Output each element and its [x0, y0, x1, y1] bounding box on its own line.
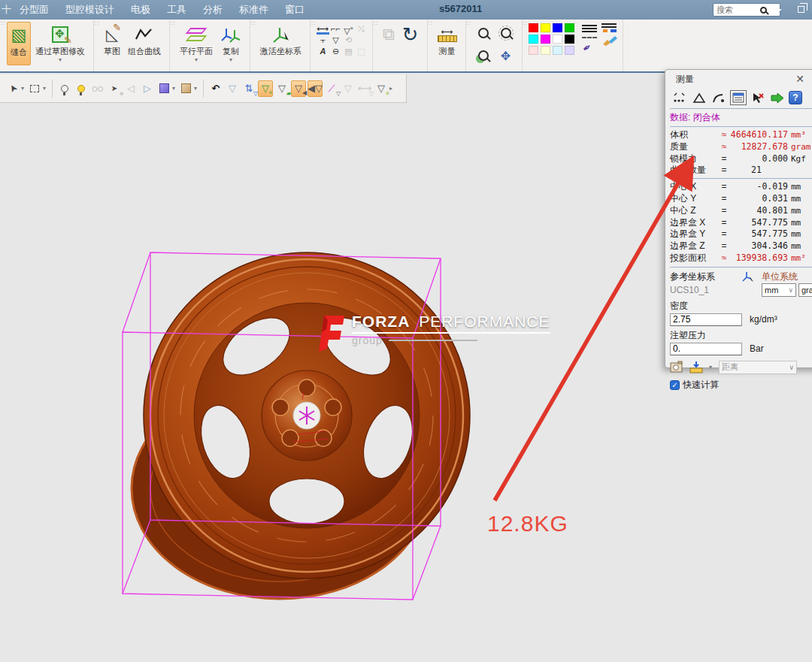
wireframe-view-icon[interactable]: [178, 80, 193, 97]
highlight-on-icon[interactable]: [74, 80, 89, 97]
copy-button[interactable]: 复制▾: [217, 22, 244, 64]
modify-by-sketch-button[interactable]: 通过草图修改▾: [32, 22, 88, 64]
filter-back-icon[interactable]: ◀▽: [308, 80, 323, 97]
dim-blank-icon: [355, 35, 368, 46]
replay-button[interactable]: ↻: [399, 22, 422, 47]
row-projected-area: 投影面积≈ 139938.693mm²: [670, 252, 812, 264]
measure-panel: 测量 ✕ 数据: 闭合体 体积≈ 4664610.1: [665, 69, 812, 368]
row-face-count: 曲面数量= 21: [670, 165, 812, 176]
measure-angle-icon[interactable]: [691, 90, 707, 105]
datum-dimension-icon[interactable]: ⫟: [317, 35, 329, 46]
menu-parting-surface[interactable]: 分型面: [20, 3, 49, 17]
select-cursor-icon[interactable]: ➤: [2, 77, 23, 98]
restore-button[interactable]: [792, 2, 809, 17]
unit-mass-dropdown[interactable]: gram∨: [798, 283, 812, 297]
forza-f-icon: [314, 313, 346, 356]
menu-electrode[interactable]: 电极: [131, 3, 150, 17]
close-icon[interactable]: ✕: [795, 74, 804, 84]
filter-add-icon[interactable]: ▽＋: [258, 80, 273, 97]
cursor-light-icon[interactable]: ➤○: [107, 80, 122, 97]
zoom-window-icon[interactable]: [478, 28, 489, 38]
zoom-selected-icon[interactable]: [478, 50, 489, 61]
undo-icon[interactable]: ↶: [208, 80, 223, 97]
swatch-pale-cyan[interactable]: [553, 46, 562, 55]
swatch-white[interactable]: [553, 35, 562, 44]
paste-disabled-button: ⧉: [380, 22, 398, 47]
clear-selection-icon[interactable]: [750, 90, 766, 105]
swatch-black[interactable]: [565, 35, 574, 44]
line-width-icon[interactable]: [582, 23, 597, 34]
snapshot-icon[interactable]: [670, 361, 685, 373]
menubar: 分型面 型腔模设计 电极 工具 分析 标准件 窗口: [20, 3, 304, 17]
marquee-select-icon[interactable]: [27, 80, 42, 97]
parallel-plane-button[interactable]: 平行平面▾: [177, 22, 216, 64]
menu-tools[interactable]: 工具: [167, 3, 186, 17]
angle-dimension-icon[interactable]: ▽×: [342, 23, 355, 35]
menu-window[interactable]: 窗口: [285, 3, 304, 17]
format-lines-icon[interactable]: [601, 23, 618, 32]
zoom-dynamic-icon[interactable]: [501, 28, 511, 38]
menu-item-partial[interactable]: 十: [2, 3, 12, 17]
row-center-x: 中心 X= -0.019mm: [670, 181, 812, 193]
brush-icon[interactable]: [601, 35, 618, 46]
dim-cycle-icon: ⟲: [342, 35, 355, 46]
swatch-magenta[interactable]: [541, 35, 550, 44]
results-list-icon[interactable]: [730, 90, 747, 105]
eyedropper-icon[interactable]: ✒: [580, 37, 599, 56]
note-list-icon: ▤: [342, 46, 355, 57]
sketch-button[interactable]: ◺ 草图: [101, 22, 123, 64]
row-bbox-z: 边界盒 Z= 304.346mm: [670, 240, 812, 252]
measure-tool-caret[interactable]: ▾: [709, 364, 712, 370]
swatch-blue[interactable]: [553, 23, 562, 32]
measure-arc-icon[interactable]: [710, 90, 727, 105]
activate-csys-button[interactable]: 激活坐标系: [257, 22, 304, 64]
filter-prev-icon[interactable]: ▽◀: [291, 80, 306, 97]
filter-erase-icon[interactable]: ▽▰: [274, 80, 289, 97]
ribbon-group-curve: ◺ 草图 组合曲线: [94, 20, 170, 71]
swatch-red[interactable]: [529, 23, 538, 32]
measure-button[interactable]: ⟷ 测量: [435, 22, 460, 57]
export-results-icon[interactable]: [769, 90, 786, 105]
swatch-pale-pink[interactable]: [529, 46, 538, 55]
offset-dimension-icon[interactable]: ⌐⌐: [329, 23, 342, 35]
unit-length-dropdown[interactable]: mm∨: [762, 283, 796, 297]
diameter-dimension-icon[interactable]: ⊖: [329, 46, 342, 57]
quick-calc-checkbox[interactable]: [670, 380, 680, 390]
measure-panel-header[interactable]: 测量 ✕: [670, 72, 812, 86]
filter-curve-icon[interactable]: ⟋▽: [324, 80, 339, 97]
minimize-button[interactable]: [768, 2, 785, 17]
swatch-cyan[interactable]: [529, 35, 538, 44]
search-icon[interactable]: [760, 7, 767, 14]
text-note-icon[interactable]: A: [317, 46, 329, 57]
measure-points-icon[interactable]: [671, 90, 688, 105]
menu-analysis[interactable]: 分析: [203, 3, 223, 17]
highlight-off-icon[interactable]: [57, 80, 72, 97]
swatch-yellow[interactable]: [541, 23, 550, 32]
measure-tool-icon[interactable]: [689, 361, 704, 373]
combined-curve-button[interactable]: 组合曲线: [125, 22, 164, 64]
swatch-green[interactable]: [565, 23, 574, 32]
taper-dimension-icon[interactable]: ▽: [329, 35, 342, 46]
menu-cavity-design[interactable]: 型腔模设计: [65, 3, 114, 17]
color-palette[interactable]: [529, 23, 576, 56]
filter-move-icon[interactable]: ⇅▽: [241, 80, 256, 97]
filter-cursor-icon[interactable]: ▽: [225, 80, 240, 97]
measure-mode-dropdown[interactable]: 距离∨: [719, 361, 797, 374]
swatch-pale-violet[interactable]: [565, 46, 574, 55]
pressure-input[interactable]: [670, 343, 742, 355]
ribbon-group-dimension: ⟷ ⌐⌐ ▽× ⤯ ⫟ ▽ ⟲ A ⊖ ▤ ⬚: [311, 20, 373, 71]
shaded-view-icon[interactable]: [156, 80, 171, 97]
help-icon[interactable]: [789, 91, 802, 104]
sew-button[interactable]: ▧ 缝合: [7, 22, 31, 65]
swatch-pale-yellow[interactable]: [541, 46, 550, 55]
pan-icon[interactable]: ✥: [501, 49, 511, 63]
linear-dimension-icon[interactable]: ⟷: [317, 23, 329, 35]
search-input[interactable]: [715, 5, 760, 15]
logo-light: PERFORMANCE: [419, 313, 550, 330]
menu-standard-parts[interactable]: 标准件: [239, 3, 268, 17]
csys-picker-icon[interactable]: [742, 271, 756, 283]
forward-icon[interactable]: ▷: [140, 80, 155, 97]
filter-star-icon[interactable]: ▽✳: [374, 80, 389, 97]
highlight-pair-icon[interactable]: ◌◌: [90, 80, 105, 97]
density-input[interactable]: [670, 313, 742, 326]
